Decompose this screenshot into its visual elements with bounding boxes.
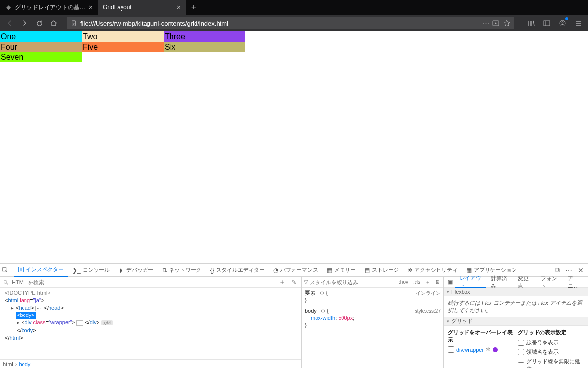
browser-toolbar: file:///Users/rw-mbp/kitaguni-contents/g… (0, 15, 588, 31)
gear-icon[interactable]: ⚙ (320, 290, 324, 296)
hov-toggle[interactable]: :hov (397, 279, 410, 285)
add-node-button[interactable]: ＋ (278, 278, 287, 287)
accessibility-tab-icon: ✲ (408, 267, 413, 274)
svg-rect-3 (544, 21, 550, 26)
new-tab-button[interactable]: + (186, 0, 201, 15)
layout-panel: ▣ レイアウト 計算済み 変更点 フォント アニ… ▾Flexbox 続行するに… (444, 277, 588, 368)
new-rule-button[interactable]: ＋ (424, 279, 432, 286)
application-tab-icon: ▦ (466, 267, 472, 274)
devtools-panel: インスペクター ❯_コンソール ⏵デバッガー ⇅ネットワーク {}スタイルエディ… (0, 263, 588, 368)
more-dots-icon[interactable]: ⋯ (483, 20, 489, 27)
dom-node[interactable]: </html> (5, 334, 301, 342)
svg-point-10 (4, 280, 7, 283)
layout-tab-changes[interactable]: 変更点 (513, 277, 536, 288)
dom-node[interactable]: <!DOCTYPE html> (5, 289, 301, 297)
page-viewport: One Two Three Four Five Six Seven (0, 31, 588, 263)
flexbox-message: 続行するには Flex コンテナーまたは Flex アイテムを選択してください。 (444, 296, 588, 317)
sidebar-icon[interactable] (540, 16, 554, 30)
devtools-tab-memory[interactable]: ▦メモリー (323, 264, 360, 277)
grid-cell-seven: Seven (0, 52, 82, 62)
overlay-grid-title: グリッドをオーバーレイ表示 (448, 329, 514, 343)
section-flexbox-header[interactable]: ▾Flexbox (444, 288, 588, 296)
crumb-html[interactable]: html (3, 361, 13, 367)
grid-overlay-item[interactable]: div.wrapper ✲ (448, 345, 514, 354)
devtools-tab-network[interactable]: ⇅ネットワーク (158, 264, 205, 277)
grid-cell-three: Three (164, 31, 245, 42)
layout-tab-computed[interactable]: 計算済み (486, 277, 513, 288)
dom-node-selected[interactable]: ▾<body> (5, 312, 301, 319)
opt-linenum-checkbox[interactable] (518, 340, 524, 346)
svg-line-11 (7, 283, 8, 284)
rule-source[interactable]: style.css:27 (415, 307, 441, 315)
boxmodel-icon[interactable]: ▣ (446, 279, 455, 285)
favicon-icon: ◆ (5, 4, 12, 11)
dom-search-input[interactable] (12, 279, 275, 285)
dom-node[interactable]: </body> (5, 327, 301, 334)
gear-icon[interactable]: ✲ (486, 346, 490, 353)
layout-tab-fonts[interactable]: フォント (536, 277, 563, 288)
eyedropper-icon[interactable]: ✎ (290, 278, 298, 286)
overlay-target-label[interactable]: div.wrapper (456, 347, 484, 353)
dom-tree[interactable]: <!DOCTYPE html> <html lang="ja"> ▸<head>… (0, 288, 301, 359)
styles-filter-input[interactable] (310, 279, 395, 285)
tablabel: インスペクター (26, 266, 64, 273)
chevron-down-icon: ▾ (447, 319, 449, 324)
nav-forward-button[interactable] (18, 16, 31, 30)
library-icon[interactable] (524, 16, 538, 30)
close-icon[interactable]: × (177, 3, 181, 11)
devtools-tab-inspector[interactable]: インスペクター (14, 264, 68, 277)
opt-area-label: 領域名を表示 (526, 348, 559, 356)
reader-mode-icon[interactable] (492, 19, 500, 27)
dom-breadcrumbs[interactable]: html › body (0, 359, 301, 368)
color-swatch[interactable] (493, 347, 498, 352)
chevron-right-icon: › (15, 361, 17, 367)
close-icon[interactable]: × (89, 3, 93, 11)
devtools-tab-styleeditor[interactable]: {}スタイルエディター (206, 264, 269, 277)
devtools-tab-performance[interactable]: ◔パフォーマンス (270, 264, 322, 277)
css-property[interactable]: max-width (311, 315, 335, 321)
home-button[interactable] (47, 16, 61, 30)
devtools-tab-debugger[interactable]: ⏵デバッガー (115, 264, 157, 277)
search-icon (3, 279, 9, 285)
devtools-tab-accessibility[interactable]: ✲アクセシビリティ (404, 264, 462, 277)
devtools-close-icon[interactable]: ✕ (575, 266, 586, 274)
storage-tab-icon: ▤ (365, 267, 370, 274)
section-grid-header[interactable]: ▾グリッド (444, 317, 588, 326)
grid-cell-four: Four (0, 42, 82, 52)
svg-point-6 (562, 21, 564, 23)
crumb-body[interactable]: body (19, 361, 30, 367)
nav-back-button[interactable] (3, 16, 17, 30)
url-text: file:///Users/rw-mbp/kitaguni-contents/g… (80, 20, 480, 27)
browser-tab-inactive[interactable]: ◆ グリッドレイアウトの基本概念 - … × (0, 0, 98, 15)
gear-icon[interactable]: ⚙ (321, 308, 325, 314)
overlay-checkbox[interactable] (448, 346, 454, 353)
rule-source[interactable]: インライン (416, 289, 441, 297)
opt-linenum-label: 線番号を表示 (526, 339, 559, 346)
dom-node[interactable]: ▸<head> ⋯ </head> (5, 304, 301, 312)
css-value[interactable]: 500px (338, 315, 353, 321)
layout-tab-anim[interactable]: アニ… (563, 277, 586, 288)
styles-rules[interactable]: インライン 要素 ⚙ { } style.css:27 body ⚙ { max… (302, 288, 443, 368)
bookmark-star-icon[interactable] (503, 19, 511, 27)
opt-extend-checkbox[interactable] (518, 362, 524, 368)
url-bar[interactable]: file:///Users/rw-mbp/kitaguni-contents/g… (67, 17, 514, 29)
browser-tab-active[interactable]: GridLayout × (98, 0, 186, 15)
grid-cell-two: Two (82, 31, 164, 42)
svg-point-2 (495, 23, 497, 24)
cls-toggle[interactable]: .cls (412, 279, 422, 285)
tab-title: グリッドレイアウトの基本概念 - … (15, 3, 86, 12)
print-media-icon[interactable]: 🗎 (434, 279, 441, 285)
account-icon[interactable] (556, 16, 569, 30)
reload-button[interactable] (32, 16, 46, 30)
dom-node[interactable]: <html lang="ja"> (5, 297, 301, 304)
opt-area-checkbox[interactable] (518, 349, 524, 355)
dom-node[interactable]: ▸<div class="wrapper"> ⋯ </div>grid (5, 319, 301, 327)
styleeditor-tab-icon: {} (210, 267, 214, 274)
devtools-tab-console[interactable]: ❯_コンソール (69, 264, 114, 277)
hamburger-menu-icon[interactable] (571, 16, 585, 30)
element-picker-icon[interactable] (2, 267, 13, 274)
devtools-tab-storage[interactable]: ▤ストレージ (361, 264, 403, 277)
devtools-dock-icon[interactable]: ⧉ (552, 266, 563, 274)
layout-tab-layout[interactable]: レイアウト (455, 277, 486, 288)
devtools-more-icon[interactable]: ⋯ (564, 266, 574, 274)
